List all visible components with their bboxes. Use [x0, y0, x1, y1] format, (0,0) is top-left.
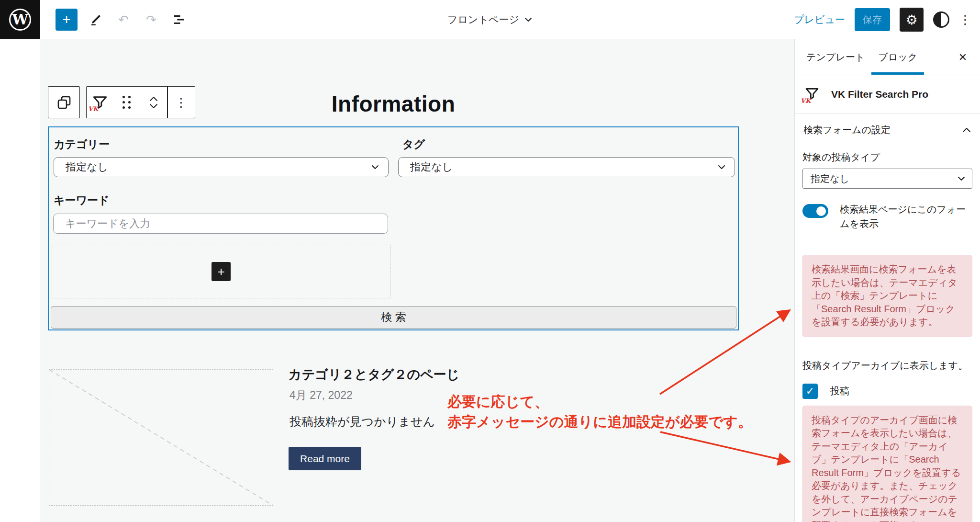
topbar-right-tools: プレビュー 保存 ⚙ ⋮	[794, 0, 971, 39]
archive-display-label: 投稿タイプアーカイブに表示します。	[802, 359, 972, 372]
category-label: カテゴリー	[54, 137, 110, 152]
post-type-label: 対象の投稿タイプ	[802, 151, 972, 164]
chevron-down-icon	[524, 17, 533, 23]
plus-icon: +	[62, 11, 71, 28]
toggle-knob	[816, 206, 826, 216]
save-button[interactable]: 保存	[855, 8, 890, 31]
chevron-down-icon	[371, 165, 379, 170]
save-button-label: 保存	[863, 13, 882, 26]
chevron-down-icon	[958, 176, 965, 181]
chevron-down-icon	[717, 165, 726, 170]
panel-search-form-settings[interactable]: 検索フォームの設定	[795, 113, 980, 146]
show-on-results-toggle[interactable]	[802, 204, 828, 218]
settings-sidebar: テンプレート ブロック ✕ VK VK Filter Search Pro 検索…	[794, 39, 980, 522]
document-title: フロントページ	[447, 13, 519, 26]
vk-badge: VK	[801, 97, 811, 104]
notice-archive-template: 投稿タイプのアーカイブ画面に検索フォームを表示したい場合は、テーマエディタ上の「…	[802, 406, 972, 522]
post-type-select-value: 指定なし	[811, 172, 849, 185]
list-view-icon	[172, 12, 186, 27]
tag-select[interactable]: 指定なし	[398, 157, 735, 177]
document-title-button[interactable]: フロントページ	[447, 0, 533, 39]
search-submit-label: 検 索	[381, 310, 406, 325]
toggle-label: 検索結果ページにこのフォームを表示	[840, 202, 972, 231]
placeholder-diagonal	[49, 370, 273, 505]
preview-button[interactable]: プレビュー	[794, 13, 845, 26]
search-submit-button[interactable]: 検 索	[51, 306, 736, 329]
undo-icon: ↶	[118, 12, 129, 27]
post-type-select[interactable]: 指定なし	[802, 169, 972, 189]
style-contrast-icon[interactable]	[933, 11, 949, 28]
read-more-button[interactable]: Read more	[289, 447, 361, 470]
edit-mode-button[interactable]	[86, 10, 105, 29]
toggle-row: 検索結果ページにこのフォームを表示	[802, 202, 972, 231]
more-vertical-icon: ⋮	[959, 12, 971, 27]
keyword-placeholder: キーワードを入力	[65, 216, 150, 231]
editor-topbar: W + ↶ ↷	[0, 0, 980, 39]
gear-icon: ⚙	[905, 12, 917, 28]
featured-image-placeholder	[49, 369, 273, 506]
close-icon: ✕	[958, 51, 967, 64]
tag-label: タグ	[402, 137, 425, 152]
options-menu-button[interactable]: ⋮	[959, 13, 971, 26]
page-title: Information	[48, 91, 739, 117]
close-sidebar-button[interactable]: ✕	[952, 39, 973, 75]
wordpress-editor: W + ↶ ↷	[0, 0, 980, 522]
post-checkbox-label: 投稿	[830, 385, 849, 397]
post-date: 4月 27, 2022	[290, 388, 353, 403]
check-icon: ✓	[806, 385, 814, 397]
plus-icon: +	[217, 264, 224, 279]
topbar-left-tools: + ↶ ↷	[56, 0, 189, 39]
wordpress-logo[interactable]: W	[0, 0, 40, 39]
sidebar-tabbar: テンプレート ブロック ✕	[795, 39, 980, 75]
pencil-icon	[89, 12, 103, 27]
list-view-button[interactable]	[169, 10, 189, 29]
tag-select-value: 指定なし	[410, 160, 453, 174]
post-title: カテゴリ２とタグ２のペーじ	[289, 366, 459, 383]
undo-button[interactable]: ↶	[114, 10, 133, 29]
annotation-line1: 必要に応じて、	[447, 392, 752, 412]
block-inserter-button[interactable]: +	[56, 9, 78, 31]
redo-button[interactable]: ↷	[142, 10, 161, 29]
wordpress-logo-letter: W	[9, 9, 31, 31]
keyword-label: キーワード	[54, 193, 110, 208]
category-select[interactable]: 指定なし	[54, 157, 389, 177]
annotation-line2: 赤字メッセージの通りに追加設定が必要です。	[447, 412, 752, 432]
settings-button[interactable]: ⚙	[900, 8, 924, 32]
editor-canvas: VK ⋮ Information カテゴリー	[40, 39, 794, 522]
keyword-input[interactable]: キーワードを入力	[53, 214, 388, 234]
panel-title: 検索フォームの設定	[803, 124, 891, 136]
add-block-button[interactable]: +	[212, 262, 231, 281]
notice-search-template: 検索結果画面に検索フォームを表示したい場合は、テーマエディタ上の「検索」テンプレ…	[802, 255, 972, 337]
block-appender-area: +	[52, 245, 390, 298]
block-card: VK VK Filter Search Pro	[795, 75, 980, 113]
annotation-text: 必要に応じて、 赤字メッセージの通りに追加設定が必要です。	[447, 392, 752, 432]
vk-filter-search-block[interactable]: カテゴリー 指定なし タグ 指定なし キーワード キーワードを入力 + 検 索	[48, 126, 739, 330]
arrow-to-second-notice	[660, 432, 790, 462]
post-excerpt: 投稿抜粋が見つかりません	[290, 414, 435, 430]
read-more-label: Read more	[300, 453, 350, 465]
post-checkbox[interactable]: ✓	[802, 384, 818, 399]
tab-template[interactable]: テンプレート	[800, 39, 871, 75]
category-select-value: 指定なし	[66, 160, 108, 174]
chevron-up-icon	[962, 127, 971, 133]
post-checkbox-row: ✓ 投稿	[802, 384, 972, 399]
block-card-title: VK Filter Search Pro	[831, 89, 928, 100]
redo-icon: ↷	[146, 12, 156, 27]
tab-block[interactable]: ブロック	[871, 39, 924, 75]
